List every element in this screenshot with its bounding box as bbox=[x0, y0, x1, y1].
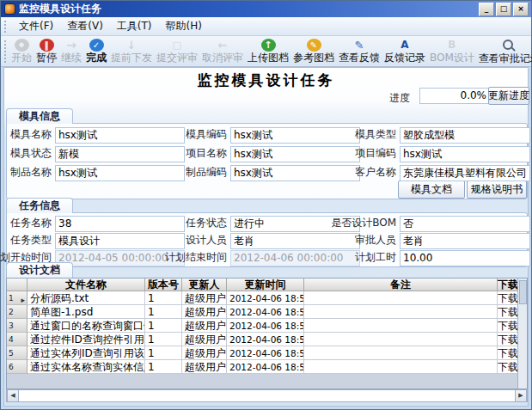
window-frame: 监控模具设计任务 进度 0.0% 更新进度 模具信息 模具文档 规格说明书 模具… bbox=[1, 67, 531, 409]
field-label-plan-end-time: 计划结束时间 bbox=[163, 250, 227, 265]
toolbar-button-resume: 继续 bbox=[59, 38, 83, 64]
download-link[interactable]: 下载 bbox=[498, 305, 518, 319]
field-input-design-bom[interactable]: 否 bbox=[400, 216, 530, 232]
toolbar-button-pause[interactable]: 暂停 bbox=[34, 38, 58, 64]
row-selector-header[interactable] bbox=[7, 278, 28, 291]
window-title: 监控模具设计任务 bbox=[19, 2, 479, 16]
toolbar-button-approval-record[interactable]: 查看审批记录 bbox=[477, 38, 532, 65]
cell-update-time: 2012-04-06 18:52:11 bbox=[227, 346, 304, 360]
field-input-customer-name[interactable]: 东莞康佳模具塑料有限公司 bbox=[400, 165, 530, 181]
vertical-scrollbar-thumb[interactable] bbox=[519, 280, 527, 304]
download-link[interactable]: 下载 bbox=[498, 319, 518, 333]
toolbar: 开始暂停继续完成提前下发提交评审取消评审上传图档参考图档查看反馈反馈记录BOM设… bbox=[1, 36, 531, 67]
cell-file-name: 通过窗口的名称查询窗口信息与其 bbox=[28, 319, 145, 333]
table-row: 6通过实体名称查询实体信息.sql1超级用户2012-04-06 18:52:1… bbox=[7, 360, 527, 374]
horizontal-scrollbar-track[interactable] bbox=[19, 390, 515, 401]
cancel-review-icon bbox=[216, 39, 230, 52]
view-feedback-icon bbox=[352, 39, 367, 52]
table-row: 2简单图-1.psd1超级用户2012-04-06 18:51:43下载 bbox=[7, 305, 527, 319]
minimize-icon[interactable]: _ bbox=[479, 3, 494, 16]
row-selector[interactable]: 3 bbox=[7, 319, 28, 333]
field-input-mold-type[interactable]: 塑胶成型模 bbox=[400, 127, 530, 144]
tab-design-docs[interactable]: 设计文档 bbox=[6, 262, 73, 278]
cell-version: 1 bbox=[145, 305, 182, 319]
progress-input[interactable]: 0.0% bbox=[419, 88, 490, 104]
column-header-updated-by[interactable]: 更新人 bbox=[182, 278, 227, 291]
menu-item-view[interactable]: 查看(V) bbox=[60, 17, 110, 35]
toolbar-button-finish[interactable]: 完成 bbox=[84, 38, 108, 64]
toolbar-button-reference-drawing[interactable]: 参考图档 bbox=[291, 38, 336, 64]
menu-bar: 文件(F)查看(V)工具(T)帮助(H) bbox=[1, 17, 531, 36]
download-link[interactable]: 下载 bbox=[498, 360, 518, 374]
scroll-left-icon[interactable]: ◀ bbox=[7, 390, 19, 401]
traffic-light-icon bbox=[15, 39, 29, 52]
submit-review-icon bbox=[170, 39, 185, 52]
row-selector[interactable]: 1▸ bbox=[7, 291, 28, 305]
toolbar-button-view-feedback[interactable]: 查看反馈 bbox=[337, 38, 382, 64]
horizontal-scrollbar[interactable]: ◀ ▶ bbox=[6, 389, 528, 402]
toolbar-button-label: 取消评审 bbox=[202, 52, 243, 64]
cell-note bbox=[304, 305, 498, 319]
download-link[interactable]: 下载 bbox=[498, 333, 518, 346]
vertical-scrollbar[interactable] bbox=[517, 278, 527, 389]
task-info-panel: 任务名称38任务状态进行中是否设计BOM否任务类型模具设计设计人员老肖审批人员老… bbox=[6, 212, 528, 267]
spec-sheet-button[interactable]: 规格说明书 bbox=[467, 181, 527, 199]
field-input-approver[interactable]: 老肖 bbox=[400, 233, 530, 249]
toolbar-button-label: 参考图档 bbox=[293, 52, 334, 64]
column-header-download[interactable]: 下载 bbox=[498, 278, 518, 291]
toolbar-button-label: 上传图档 bbox=[248, 52, 289, 64]
toolbar-button-label: 查看反馈 bbox=[339, 52, 380, 64]
menu-item-help[interactable]: 帮助(H) bbox=[159, 17, 209, 35]
menu-item-file[interactable]: 文件(F) bbox=[12, 17, 60, 35]
cell-note bbox=[304, 346, 498, 360]
column-header-version[interactable]: 版本号 bbox=[145, 278, 182, 291]
toolbar-button-label: 反馈记录 bbox=[384, 52, 425, 64]
tab-task-info[interactable]: 任务信息 bbox=[6, 198, 73, 213]
download-link[interactable]: 下载 bbox=[498, 291, 518, 305]
row-selector[interactable]: 2 bbox=[7, 305, 28, 319]
field-label-mold-name: 模具名称 bbox=[0, 127, 52, 142]
field-label-plan-hours: 计划工时 bbox=[326, 250, 396, 265]
complete-icon bbox=[89, 39, 104, 52]
toolbar-button-start: 开始 bbox=[9, 38, 34, 64]
toolbar-button-label: 提前下发 bbox=[111, 52, 152, 64]
tab-mold-info[interactable]: 模具信息 bbox=[6, 108, 73, 124]
scroll-right-icon[interactable]: ▶ bbox=[515, 390, 527, 401]
mold-info-panel: 模具文档 规格说明书 模具名称hsx测试模具编码hsx测试模具类型塑胶成型模模具… bbox=[6, 123, 528, 199]
cell-note bbox=[304, 319, 498, 333]
row-selector[interactable]: 6 bbox=[7, 360, 28, 374]
toolbar-button-label: 提交评审 bbox=[156, 52, 198, 64]
toolbar-button-upload-drawing[interactable]: 上传图档 bbox=[246, 38, 290, 64]
field-label-product-name: 制品名称 bbox=[0, 165, 52, 180]
field-label-task-status: 任务状态 bbox=[163, 216, 227, 230]
field-input-project-code[interactable]: hsx测试 bbox=[400, 146, 530, 162]
cell-updated-by: 超级用户 bbox=[182, 291, 227, 305]
cell-updated-by: 超级用户 bbox=[182, 319, 227, 333]
title-bar[interactable]: 监控模具设计任务 _ □ × bbox=[1, 1, 531, 17]
table-row: 4通过控件ID查询控件引用实体的信1超级用户2012-04-06 18:52:0… bbox=[7, 333, 527, 346]
download-link[interactable]: 下载 bbox=[498, 346, 518, 360]
update-progress-button[interactable]: 更新进度 bbox=[488, 87, 529, 105]
mold-documents-button[interactable]: 模具文档 bbox=[398, 181, 465, 199]
column-header-note[interactable]: 备注 bbox=[304, 278, 498, 291]
column-header-update-time[interactable]: 更新时间 bbox=[227, 278, 304, 291]
close-icon[interactable]: × bbox=[513, 3, 529, 16]
bom-design-icon bbox=[444, 39, 459, 52]
doc-table: 文件名称版本号更新人更新时间备注下载 1▸分析源码.txt1超级用户2012-0… bbox=[6, 278, 528, 389]
column-header-file-name[interactable]: 文件名称 bbox=[28, 278, 145, 291]
cell-file-name: 通过实体名称查询实体信息.sql bbox=[28, 360, 145, 374]
maximize-icon[interactable]: □ bbox=[496, 3, 511, 16]
resume-arrow-icon bbox=[64, 39, 79, 52]
cell-updated-by: 超级用户 bbox=[182, 346, 227, 360]
menu-gripper bbox=[4, 21, 9, 33]
cell-file-name: 简单图-1.psd bbox=[28, 305, 145, 319]
menu-item-tools[interactable]: 工具(T) bbox=[110, 17, 159, 35]
row-selector[interactable]: 5 bbox=[7, 346, 28, 360]
cell-file-name: 通过控件ID查询控件引用实体的信 bbox=[28, 333, 145, 346]
toolbar-button-feedback-record[interactable]: 反馈记录 bbox=[382, 38, 427, 64]
app-window: 监控模具设计任务 _ □ × 文件(F)查看(V)工具(T)帮助(H) 开始暂停… bbox=[0, 0, 532, 410]
field-input-plan-hours[interactable]: 10.00 bbox=[400, 250, 530, 266]
field-label-task-type: 任务类型 bbox=[0, 233, 52, 248]
toolbar-button-label: 暂停 bbox=[36, 52, 57, 64]
row-selector[interactable]: 4 bbox=[7, 333, 28, 346]
